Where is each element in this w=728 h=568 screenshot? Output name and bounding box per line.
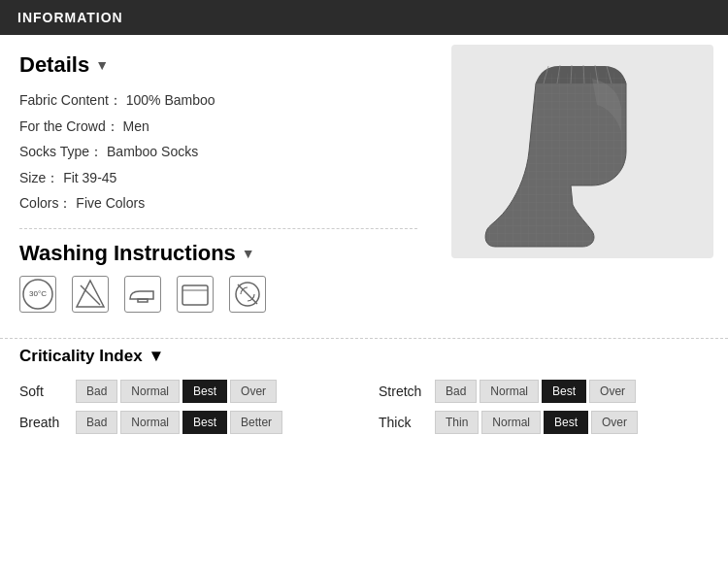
stretch-normal-btn[interactable]: Normal <box>480 380 539 403</box>
criticality-title: Criticality Index ▼ <box>19 347 709 366</box>
criticality-rows: Soft Bad Normal Best Over Stretch Bad No… <box>19 380 709 434</box>
size-label: Size： <box>19 170 59 185</box>
iron-svg <box>126 278 159 311</box>
soft-best-btn[interactable]: Best <box>182 380 227 403</box>
no-spin-svg <box>231 278 264 311</box>
breath-rating-group: Bad Normal Best Better <box>76 411 349 434</box>
details-divider <box>19 228 417 229</box>
header-title: INFORMATION <box>17 10 123 25</box>
breath-better-btn[interactable]: Better <box>230 411 282 434</box>
soft-over-btn[interactable]: Over <box>230 380 277 403</box>
details-arrow-icon[interactable]: ▼ <box>95 57 109 73</box>
sock-illustration <box>466 54 699 249</box>
criticality-arrow-icon[interactable]: ▼ <box>149 347 165 366</box>
type-label: Socks Type： <box>19 144 103 159</box>
size-value: Fit 39-45 <box>63 170 116 185</box>
detail-item-type: Socks Type： Bamboo Socks <box>19 139 417 165</box>
stretch-rating-group: Bad Normal Best Over <box>435 380 709 403</box>
soft-bad-btn[interactable]: Bad <box>76 380 117 403</box>
breath-label: Breath <box>19 415 76 430</box>
details-section-title: Details ▼ <box>19 52 417 78</box>
thick-thin-btn[interactable]: Thin <box>435 411 479 434</box>
breath-normal-btn[interactable]: Normal <box>120 411 180 434</box>
detail-item-colors: Colors： Five Colors <box>19 190 417 217</box>
colors-value: Five Colors <box>76 195 145 211</box>
washing-icons-group: 30°C <box>19 276 417 313</box>
breath-bad-btn[interactable]: Bad <box>76 411 117 434</box>
wash-icon-no-spin <box>229 276 266 313</box>
detail-item-crowd: For the Crowd： Men <box>19 114 417 140</box>
wash-icon-tumble <box>177 276 214 313</box>
breath-best-btn[interactable]: Best <box>182 411 227 434</box>
crowd-value: Men <box>123 118 149 134</box>
details-title-text: Details <box>19 52 89 78</box>
sock-image-container <box>451 45 713 258</box>
left-panel: Details ▼ Fabric Content： 100% Bamboo Fo… <box>0 35 437 338</box>
colors-label: Colors： <box>19 195 72 211</box>
svg-rect-4 <box>138 299 148 302</box>
details-list: Fabric Content： 100% Bamboo For the Crow… <box>19 87 417 217</box>
washing-title-text: Washing Instructions <box>19 241 236 266</box>
stretch-over-btn[interactable]: Over <box>589 380 636 403</box>
fabric-value: 100% Bamboo <box>126 92 215 108</box>
wash-icon-iron <box>124 276 161 313</box>
thick-over-btn[interactable]: Over <box>591 411 638 434</box>
soft-normal-btn[interactable]: Normal <box>120 380 180 403</box>
right-panel <box>437 35 728 338</box>
thick-rating-group: Thin Normal Best Over <box>435 411 709 434</box>
type-value: Bamboo Socks <box>107 144 198 159</box>
no-bleach-svg <box>74 278 107 311</box>
stretch-label: Stretch <box>379 384 435 399</box>
criticality-row-1: Soft Bad Normal Best Over Stretch Bad No… <box>19 380 709 403</box>
thick-best-btn[interactable]: Best <box>544 411 588 434</box>
stretch-best-btn[interactable]: Best <box>542 380 586 403</box>
washing-section-title: Washing Instructions ▼ <box>19 241 417 266</box>
tumble-svg <box>179 278 212 311</box>
criticality-row-2: Breath Bad Normal Best Better Thick Thin… <box>19 411 709 434</box>
main-content: Details ▼ Fabric Content： 100% Bamboo Fo… <box>0 35 728 338</box>
fabric-label: Fabric Content： <box>19 92 122 108</box>
thick-label: Thick <box>379 415 435 430</box>
wash-icon-temperature: 30°C <box>19 276 56 313</box>
svg-rect-5 <box>182 285 208 305</box>
criticality-section: Criticality Index ▼ Soft Bad Normal Best… <box>0 338 728 444</box>
thick-normal-btn[interactable]: Normal <box>481 411 541 434</box>
crowd-label: For the Crowd： <box>19 118 119 134</box>
stretch-bad-btn[interactable]: Bad <box>435 380 477 403</box>
soft-rating-group: Bad Normal Best Over <box>76 380 349 403</box>
detail-item-fabric: Fabric Content： 100% Bamboo <box>19 87 417 114</box>
page-header: INFORMATION <box>0 0 728 35</box>
soft-label: Soft <box>19 384 76 399</box>
washing-arrow-icon[interactable]: ▼ <box>242 246 255 261</box>
svg-text:30°C: 30°C <box>29 289 47 298</box>
wash-icon-no-bleach <box>72 276 109 313</box>
svg-marker-2 <box>77 281 104 307</box>
wash-temperature-svg: 30°C <box>21 278 54 311</box>
criticality-title-text: Criticality Index <box>19 347 143 366</box>
detail-item-size: Size： Fit 39-45 <box>19 165 417 191</box>
